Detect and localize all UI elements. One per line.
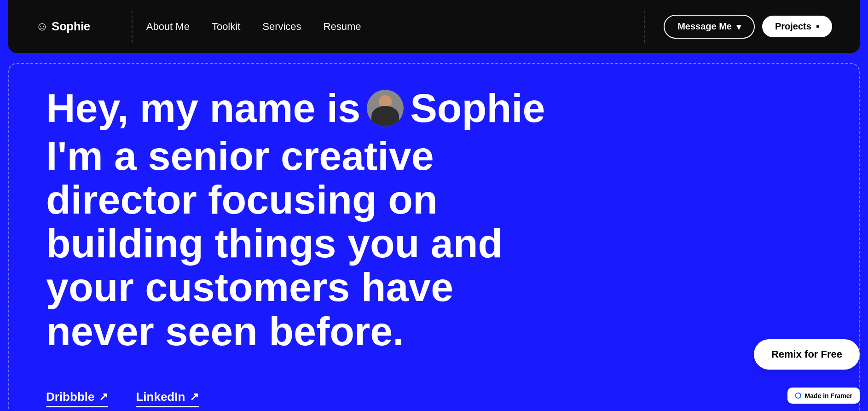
nav-divider-left [132, 11, 133, 43]
nav-links: About Me Toolkit Services Resume [146, 21, 626, 33]
linkedin-arrow-icon: ↗ [190, 390, 199, 403]
hero-greeting: Hey, my name is [46, 87, 360, 129]
nav-divider-right [644, 11, 645, 43]
nav-link-toolkit[interactable]: Toolkit [212, 21, 240, 33]
message-me-button[interactable]: Message Me ▾ [664, 15, 755, 39]
hero-section: Hey, my name is Sophie I'm a senior crea… [8, 63, 860, 411]
nav-link-services[interactable]: Services [262, 21, 301, 33]
message-arrow-icon: ▾ [736, 21, 741, 32]
dribbble-arrow-icon: ↗ [99, 390, 108, 403]
projects-label: Projects [775, 21, 811, 32]
remix-for-free-button[interactable]: Remix for Free [754, 339, 860, 370]
made-in-framer-badge[interactable]: ⬡ Made in Framer [787, 388, 860, 404]
dribbble-label: Dribbble [46, 390, 94, 404]
hero-tagline: I'm a senior creative director focusing … [46, 134, 552, 353]
nav-link-resume[interactable]: Resume [324, 21, 361, 33]
nav-logo[interactable]: ☺ Sophie [36, 19, 90, 34]
linkedin-label: LinkedIn [136, 390, 185, 404]
linkedin-link[interactable]: LinkedIn ↗ [136, 390, 199, 407]
nav-link-about[interactable]: About Me [146, 21, 190, 33]
dribbble-link[interactable]: Dribbble ↗ [46, 390, 108, 407]
logo-icon: ☺ [36, 19, 48, 34]
nav-actions: Message Me ▾ Projects ▪ [664, 15, 832, 39]
remix-label: Remix for Free [771, 348, 842, 360]
hero-avatar [367, 90, 404, 127]
hero-title-line1: Hey, my name is Sophie [46, 87, 822, 129]
message-label: Message Me [677, 21, 732, 32]
made-in-framer-label: Made in Framer [805, 392, 852, 399]
logo-text: Sophie [52, 19, 90, 34]
projects-button[interactable]: Projects ▪ [762, 16, 832, 37]
hero-name: Sophie [410, 87, 545, 129]
navbar: ☺ Sophie About Me Toolkit Services Resum… [8, 0, 860, 53]
hero-social-links: Dribbble ↗ LinkedIn ↗ [46, 390, 822, 407]
framer-icon: ⬡ [795, 391, 801, 400]
projects-icon: ▪ [816, 21, 819, 32]
